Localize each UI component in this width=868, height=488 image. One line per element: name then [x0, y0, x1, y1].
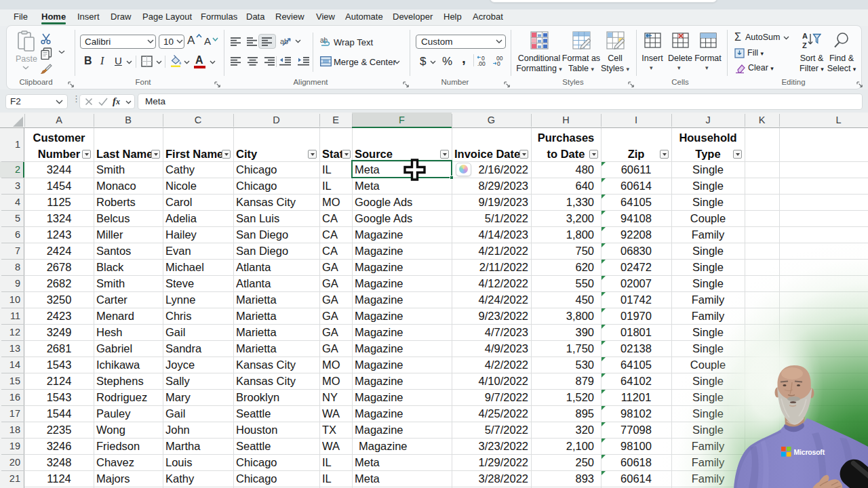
svg-text:.00: .00 — [477, 60, 486, 66]
svg-text:Microsoft: Microsoft — [794, 448, 825, 456]
svg-text:A: A — [802, 32, 808, 40]
svg-text:ab: ab — [320, 37, 328, 44]
svg-text:Z: Z — [802, 41, 807, 49]
svg-text:0: 0 — [497, 60, 500, 66]
